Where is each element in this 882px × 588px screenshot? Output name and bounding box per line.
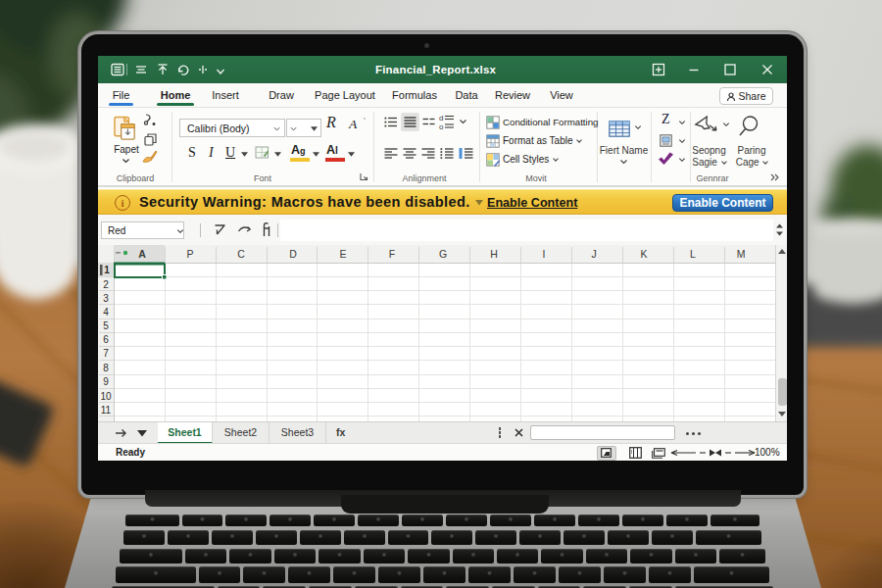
svg-text:9: 9 xyxy=(103,376,109,387)
svg-text:6: 6 xyxy=(103,334,109,345)
svg-text:A: A xyxy=(138,248,146,260)
svg-text:10: 10 xyxy=(100,391,112,402)
svg-text:M: M xyxy=(737,248,746,260)
svg-text:D: D xyxy=(289,248,297,260)
svg-text:G: G xyxy=(439,248,447,260)
svg-text:I: I xyxy=(543,248,546,260)
svg-text:3: 3 xyxy=(103,293,109,304)
svg-text:C: C xyxy=(237,248,245,260)
svg-text:4: 4 xyxy=(103,307,109,318)
svg-text:11: 11 xyxy=(101,405,112,416)
svg-text:K: K xyxy=(640,248,647,260)
svg-text:E: E xyxy=(339,248,346,260)
svg-text:7: 7 xyxy=(103,348,109,359)
svg-text:L: L xyxy=(690,248,696,260)
svg-text:8: 8 xyxy=(103,363,109,373)
svg-text:P: P xyxy=(186,248,193,260)
svg-text:F: F xyxy=(389,248,395,260)
svg-text:o: o xyxy=(439,122,444,130)
svg-text:5: 5 xyxy=(103,320,109,331)
svg-text:H: H xyxy=(490,248,498,260)
svg-text:J: J xyxy=(591,248,596,260)
svg-text:2: 2 xyxy=(103,279,109,290)
svg-text:1: 1 xyxy=(104,265,110,275)
